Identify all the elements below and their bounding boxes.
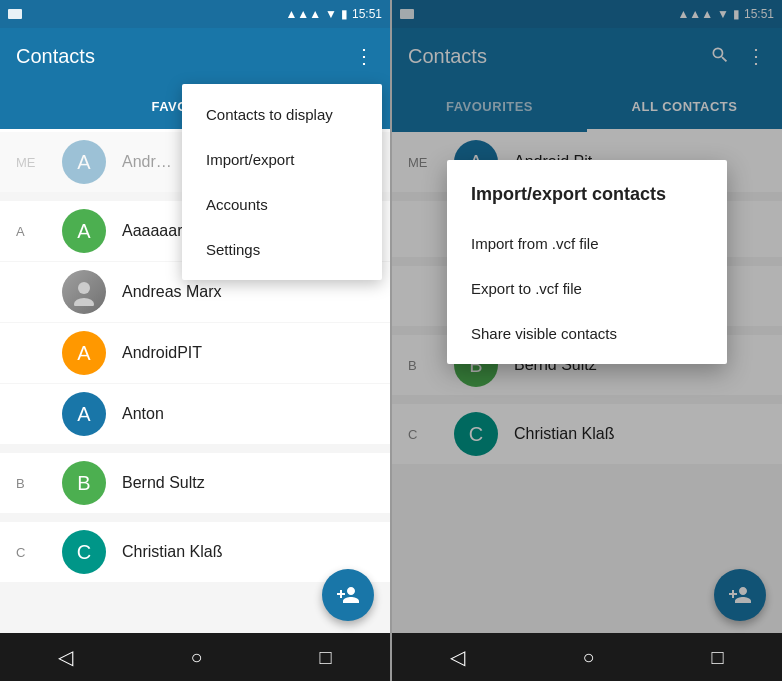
contact-item-christian-left[interactable]: C C Christian Klaß [0,522,390,582]
back-button-right[interactable]: ◁ [430,637,485,677]
contact-name-bernd-left: Bernd Sultz [122,474,205,492]
contact-item-bernd-left[interactable]: B B Bernd Sultz [0,453,390,513]
wifi-icon: ▼ [325,7,337,21]
back-button-left[interactable]: ◁ [38,637,93,677]
sim-icon [8,9,22,19]
app-bar-left: Contacts ⋮ [0,28,390,84]
avatar-me: A [62,140,106,184]
section-spacer-b [0,445,390,453]
fab-left[interactable] [322,569,374,621]
contact-name-andreas: Andreas Marx [122,283,222,301]
battery-icon: ▮ [341,7,348,21]
section-me: ME [16,155,46,170]
section-b-left: B [16,476,46,491]
app-title-left: Contacts [16,45,354,68]
right-phone: ▲▲▲ ▼ ▮ 15:51 Contacts ⋮ FAVOURITES ALL … [392,0,782,681]
signal-icon: ▲▲▲ [285,7,321,21]
avatar-christian-left: C [62,530,106,574]
avatar-androidpit-left: A [62,331,106,375]
home-button-left[interactable]: ○ [170,638,222,677]
status-icons-left [8,9,22,19]
contact-name-christian-left: Christian Klaß [122,543,222,561]
section-spacer-c [0,514,390,522]
dialog-title: Import/export contacts [447,184,727,221]
import-export-dialog: Import/export contacts Import from .vcf … [447,160,727,364]
section-a: A [16,224,46,239]
dialog-item-import[interactable]: Import from .vcf file [447,221,727,266]
dropdown-accounts[interactable]: Accounts [182,182,382,227]
svg-point-0 [78,282,90,294]
svg-point-1 [74,298,94,306]
time-left: 15:51 [352,7,382,21]
avatar-anton-left: A [62,392,106,436]
dropdown-contacts-to-display[interactable]: Contacts to display [182,92,382,137]
nav-bar-left: ◁ ○ □ [0,633,390,681]
dropdown-settings[interactable]: Settings [182,227,382,272]
app-bar-icons-left: ⋮ [354,46,374,66]
more-button-left[interactable]: ⋮ [354,46,374,66]
left-phone: ▲▲▲ ▼ ▮ 15:51 Contacts ⋮ FAVOURITES ME A… [0,0,390,681]
avatar-photo-inner [62,270,106,314]
contact-name-anton-left: Anton [122,405,164,423]
avatar-bernd-left: B [62,461,106,505]
avatar-aaaa: A [62,209,106,253]
contact-item-anton-left[interactable]: A Anton [0,384,390,444]
contact-item-androidpit-left[interactable]: A AndroidPIT [0,323,390,383]
home-button-right[interactable]: ○ [562,638,614,677]
recent-button-right[interactable]: □ [691,638,743,677]
contact-name-androidpit-left: AndroidPIT [122,344,202,362]
dialog-overlay: Import/export contacts Import from .vcf … [392,0,782,633]
recent-button-left[interactable]: □ [299,638,351,677]
dialog-item-export[interactable]: Export to .vcf file [447,266,727,311]
status-bar-right: ▲▲▲ ▼ ▮ 15:51 [285,7,382,21]
contact-name-me: Andr… [122,153,172,171]
section-c-left: C [16,545,46,560]
nav-bar-right: ◁ ○ □ [392,633,782,681]
dropdown-import-export[interactable]: Import/export [182,137,382,182]
avatar-andreas [62,270,106,314]
dialog-item-share[interactable]: Share visible contacts [447,311,727,356]
dropdown-menu-left: Contacts to display Import/export Accoun… [182,84,382,280]
status-bar-left: ▲▲▲ ▼ ▮ 15:51 [0,0,390,28]
